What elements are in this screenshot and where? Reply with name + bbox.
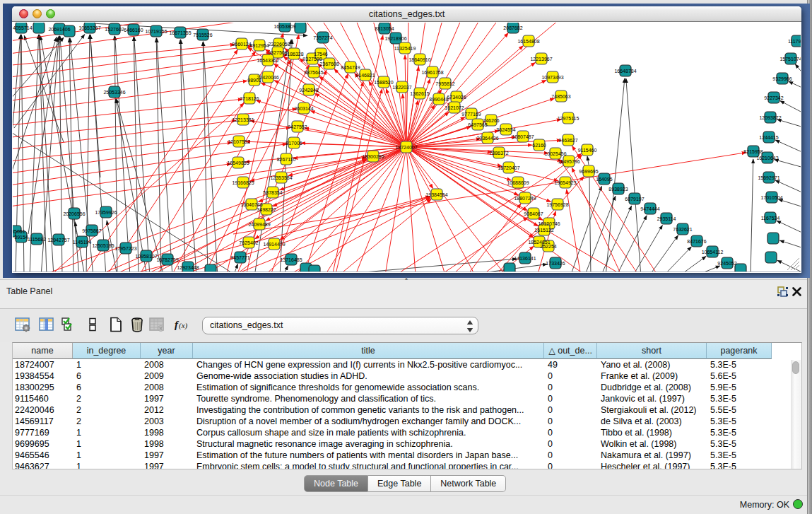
svg-text:7886372: 7886372 — [489, 151, 508, 156]
svg-text:2835061: 2835061 — [13, 229, 25, 234]
svg-text:9457771: 9457771 — [230, 255, 249, 260]
svg-text:13716485: 13716485 — [280, 257, 302, 262]
svg-text:12975115: 12975115 — [558, 116, 579, 121]
svg-text:15692971: 15692971 — [758, 175, 779, 180]
svg-text:17010504: 17010504 — [760, 195, 782, 200]
svg-text:1362615: 1362615 — [410, 91, 429, 96]
svg-text:17957223: 17957223 — [114, 246, 136, 251]
svg-text:23226058: 23226058 — [268, 42, 290, 47]
svg-text:9329966: 9329966 — [772, 76, 792, 81]
svg-text:9427552: 9427552 — [288, 124, 307, 129]
svg-text:8813054: 8813054 — [375, 26, 394, 31]
svg-text:19218906: 19218906 — [384, 36, 406, 41]
svg-text:22420046: 22420046 — [257, 75, 278, 80]
svg-text:5878354: 5878354 — [263, 190, 282, 195]
svg-text:7515526: 7515526 — [193, 33, 212, 37]
svg-text:25053346: 25053346 — [103, 90, 125, 95]
svg-text:11325419: 11325419 — [394, 46, 416, 51]
svg-text:12505185: 12505185 — [92, 243, 114, 248]
svg-text:3498222: 3498222 — [257, 207, 276, 212]
svg-text:18724007: 18724007 — [395, 145, 417, 150]
svg-text:12213381: 12213381 — [232, 117, 254, 122]
svg-text:17546: 17546 — [314, 52, 328, 57]
svg-text:9875645: 9875645 — [304, 70, 323, 75]
svg-text:9327508: 9327508 — [302, 57, 322, 62]
svg-text:18807249: 18807249 — [514, 196, 536, 201]
svg-text:15720407: 15720407 — [498, 165, 519, 170]
svg-text:10807487: 10807487 — [512, 134, 534, 139]
svg-text:9245052: 9245052 — [717, 261, 736, 266]
svg-text:9227342: 9227342 — [764, 95, 783, 100]
svg-text:10688609: 10688609 — [507, 180, 529, 185]
svg-text:2718126: 2718126 — [240, 96, 259, 101]
svg-text:7625402: 7625402 — [239, 240, 258, 245]
svg-text:24099489: 24099489 — [248, 222, 270, 227]
svg-text:20691406: 20691406 — [48, 27, 70, 32]
svg-text:18300295: 18300295 — [362, 154, 384, 159]
svg-text:14136141: 14136141 — [514, 256, 536, 261]
svg-text:12213967: 12213967 — [530, 57, 552, 62]
svg-text:7357274: 7357274 — [313, 35, 332, 40]
svg-text:9975867: 9975867 — [82, 228, 101, 233]
svg-text:10719155: 10719155 — [145, 29, 167, 34]
svg-text:24055714: 24055714 — [13, 25, 33, 30]
svg-text:16120746: 16120746 — [538, 221, 560, 226]
svg-text:8454749: 8454749 — [341, 65, 360, 70]
svg-text:12923448: 12923448 — [177, 265, 199, 270]
svg-text:16053809: 16053809 — [273, 24, 295, 29]
svg-text:10025456: 10025456 — [544, 151, 566, 156]
svg-text:8267110: 8267110 — [277, 157, 296, 162]
svg-text:16671355: 16671355 — [169, 30, 191, 35]
svg-text:16495796: 16495796 — [558, 159, 579, 164]
svg-text:1615132: 1615132 — [534, 228, 553, 233]
svg-text:9463627: 9463627 — [558, 138, 577, 143]
svg-text:16782759: 16782759 — [156, 257, 178, 262]
svg-text:16543362: 16543362 — [257, 58, 278, 63]
svg-text:3624554: 3624554 — [496, 127, 515, 132]
svg-text:10958107: 10958107 — [135, 254, 157, 259]
svg-text:7955812: 7955812 — [435, 81, 454, 86]
svg-text:17359926: 17359926 — [95, 210, 117, 215]
svg-text:6466160: 6466160 — [124, 28, 143, 33]
svg-text:9777169: 9777169 — [461, 112, 481, 117]
svg-text:164095: 164095 — [596, 177, 612, 182]
svg-text:14914479: 14914479 — [263, 242, 285, 247]
svg-text:15751074: 15751074 — [779, 57, 801, 62]
svg-text:2367608: 2367608 — [319, 62, 339, 66]
svg-text:10107552: 10107552 — [228, 139, 249, 144]
svg-text:8471676: 8471676 — [687, 239, 706, 244]
svg-text:2603144: 2603144 — [294, 106, 313, 111]
svg-text:16046746: 16046746 — [240, 202, 262, 207]
svg-text:16648784: 16648784 — [614, 69, 636, 74]
svg-text:9084067: 9084067 — [524, 211, 543, 216]
svg-text:12093872: 12093872 — [759, 115, 781, 120]
svg-text:8938923: 8938923 — [608, 187, 628, 192]
svg-text:2087682: 2087682 — [503, 25, 522, 30]
svg-text:19166825: 19166825 — [232, 180, 254, 185]
svg-text:2935114: 2935114 — [657, 216, 676, 221]
svg-text:20364436: 20364436 — [476, 136, 498, 141]
svg-text:252254: 252254 — [540, 244, 556, 249]
svg-text:39154: 39154 — [14, 235, 28, 240]
svg-text:16210643: 16210643 — [756, 156, 778, 160]
svg-text:16154808: 16154808 — [517, 39, 539, 44]
svg-text:10973493: 10973493 — [541, 75, 563, 80]
svg-text:(x): (x) — [179, 321, 188, 330]
svg-text:10654112: 10654112 — [702, 250, 724, 255]
svg-text:1167534: 1167534 — [761, 216, 780, 221]
svg-text:9474444: 9474444 — [640, 206, 659, 211]
svg-text:1822037: 1822037 — [392, 85, 411, 90]
svg-text:9242848: 9242848 — [299, 88, 318, 93]
svg-text:19654923: 19654923 — [554, 180, 576, 185]
svg-text:1733426: 1733426 — [546, 261, 565, 266]
svg-text:1244415: 1244415 — [759, 135, 778, 140]
svg-text:12942757: 12942757 — [47, 238, 69, 243]
svg-text:7485063: 7485063 — [551, 94, 570, 99]
svg-text:1527602: 1527602 — [105, 27, 124, 32]
svg-text:10653267: 10653267 — [78, 25, 100, 30]
svg-text:6734028: 6734028 — [447, 95, 466, 100]
svg-text:16549855: 16549855 — [227, 160, 249, 165]
svg-text:7632621: 7632621 — [673, 227, 692, 232]
svg-text:6497568: 6497568 — [468, 122, 487, 127]
svg-text:62160: 62160 — [532, 143, 546, 148]
